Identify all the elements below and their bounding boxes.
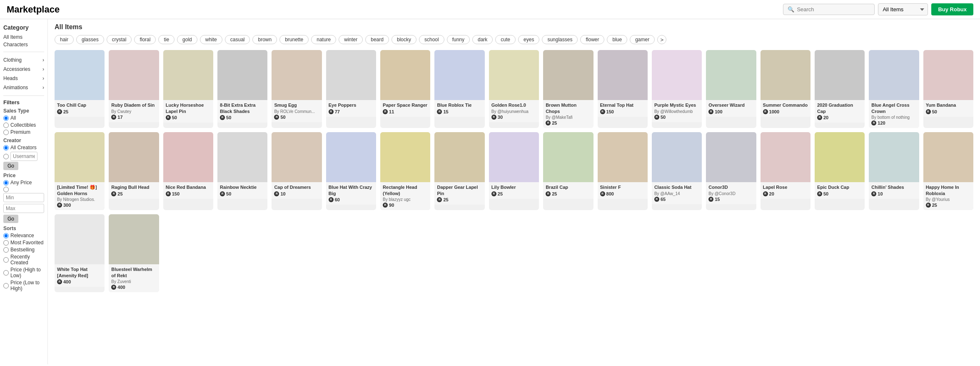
tag-gamer[interactable]: gamer <box>630 35 655 44</box>
item-card[interactable]: Nice Red BandanaR150 <box>163 132 213 210</box>
item-price: R120 <box>871 120 916 125</box>
item-card[interactable]: Eye PoppersR77 <box>326 50 376 128</box>
search-input[interactable] <box>797 6 870 13</box>
tag-funny[interactable]: funny <box>447 35 470 44</box>
item-price: R50 <box>220 115 265 120</box>
item-name: Dapper Gear Lapel Pin <box>437 184 482 196</box>
item-card[interactable]: Brown Mutton ChopsBy @MakeTafiR25 <box>543 50 593 128</box>
tag-glasses[interactable]: glasses <box>76 35 104 44</box>
tag-winter[interactable]: winter <box>339 35 363 44</box>
tag-blue[interactable]: blue <box>607 35 627 44</box>
item-card[interactable]: Blue Roblox TieR15 <box>434 50 484 128</box>
tag-brown[interactable]: brown <box>252 35 277 44</box>
item-card[interactable]: Lapel RoseR20 <box>761 132 810 210</box>
item-card[interactable]: Golden Rose1.0By @huiyunwenhuaR30 <box>489 50 539 128</box>
item-card[interactable]: Dapper Gear Lapel PinR25 <box>434 132 484 210</box>
username-input[interactable] <box>10 152 37 161</box>
price-max-input[interactable] <box>3 204 44 213</box>
tags-scroll-right[interactable]: > <box>657 35 666 44</box>
tag-casual[interactable]: casual <box>225 35 250 44</box>
tag-sunglasses[interactable]: sunglasses <box>542 35 578 44</box>
sales-type-premium[interactable]: Premium <box>3 129 44 135</box>
price-custom[interactable] <box>3 187 44 192</box>
price-any[interactable]: Any Price <box>3 180 44 186</box>
item-card[interactable]: White Top Hat [Amenity Red]R400 <box>55 214 105 292</box>
tag-gold[interactable]: gold <box>177 35 197 44</box>
item-card[interactable]: Conor3DBy @Conor3DR15 <box>706 132 756 210</box>
item-card[interactable]: Yum BandanaR50 <box>923 50 973 128</box>
item-thumbnail <box>652 50 702 100</box>
sort-recently-created[interactable]: Recently Created <box>3 254 44 266</box>
buy-robux-button[interactable]: Buy Robux <box>931 3 973 15</box>
sales-type-collectibles[interactable]: Collectibles <box>3 122 44 128</box>
creator-all[interactable]: All Creators <box>3 145 44 150</box>
price-value: 10 <box>878 191 883 196</box>
sort-most-favorited[interactable]: Most Favorited <box>3 240 44 246</box>
item-card[interactable]: Smug EggBy ROLVe Commun...R50 <box>272 50 322 128</box>
sort-price-low-high[interactable]: Price (Low to High) <box>3 280 44 291</box>
tag-blocky[interactable]: blocky <box>392 35 416 44</box>
tag-nature[interactable]: nature <box>311 35 336 44</box>
item-card[interactable]: Rainbow NecktieR50 <box>217 132 267 210</box>
item-name: Raging Bull Head <box>111 184 156 190</box>
sort-relevance[interactable]: Relevance <box>3 233 44 238</box>
item-card[interactable]: Blue Hat With Crazy BigR60 <box>326 132 376 210</box>
tag-tie[interactable]: tie <box>158 35 175 44</box>
item-card[interactable]: Brazil CapR25 <box>543 132 593 210</box>
tag-school[interactable]: school <box>419 35 444 44</box>
price-go-button[interactable]: Go <box>3 215 18 223</box>
sidebar-item-characters[interactable]: Characters <box>3 41 44 48</box>
item-thumbnail <box>598 50 648 100</box>
tag-cute[interactable]: cute <box>495 35 516 44</box>
item-price: R90 <box>383 203 428 208</box>
price-min-input[interactable] <box>3 193 44 202</box>
item-name: Overseer Wizard <box>708 102 753 108</box>
tag-floral[interactable]: floral <box>134 35 156 44</box>
item-card[interactable]: Lily BowlerR25 <box>489 132 539 210</box>
sidebar-item-animations[interactable]: Animations › <box>3 83 44 92</box>
creator-username[interactable] <box>3 152 44 161</box>
item-card[interactable]: Classic Soda HatBy @AAw_14R65 <box>652 132 702 210</box>
item-card[interactable]: Ruby Diadem of SinBy CwuteyR17 <box>109 50 159 128</box>
item-card[interactable]: 2020 Graduation CapR20 <box>815 50 865 128</box>
sidebar-item-accessories[interactable]: Accessories › <box>3 65 44 74</box>
item-card[interactable]: Paper Space RangerR11 <box>380 50 430 128</box>
item-card[interactable]: Summer CommandoR1000 <box>761 50 810 128</box>
item-card[interactable]: Happy Home In RobloxiaBy @YouriusR25 <box>923 132 973 210</box>
tag-eyes[interactable]: eyes <box>518 35 539 44</box>
item-card[interactable]: Raging Bull HeadR25 <box>109 132 159 210</box>
tag-beard[interactable]: beard <box>365 35 389 44</box>
creator-go-button[interactable]: Go <box>3 162 18 170</box>
item-card[interactable]: Bluesteel Warhelm of RektBy ZuventiR400 <box>109 214 159 292</box>
item-card[interactable]: Rectangle Head (Yellow)By blazyyz ugcR90 <box>380 132 430 210</box>
item-card[interactable]: Blue Angel Cross CrownBy bottom of nothi… <box>869 50 919 128</box>
tag-flower[interactable]: flower <box>580 35 604 44</box>
sales-type-all[interactable]: All <box>3 115 44 121</box>
sidebar-item-heads[interactable]: Heads › <box>3 74 44 83</box>
item-card[interactable]: Chillin' ShadesR10 <box>869 132 919 210</box>
item-card[interactable]: 8-Bit Extra Extra Black ShadesR50 <box>217 50 267 128</box>
category-dropdown[interactable]: All Items Clothing Accessories <box>878 3 928 15</box>
sidebar-item-clothing[interactable]: Clothing › <box>3 55 44 65</box>
item-card[interactable]: [Limited Time! 🎁] Golden HornsBy Nitroge… <box>55 132 105 210</box>
item-card[interactable]: Sinister FR800 <box>598 132 648 210</box>
item-thumbnail <box>109 132 159 182</box>
item-card[interactable]: Lucky Horseshoe Lapel PinR50 <box>163 50 213 128</box>
sidebar-item-all-items[interactable]: All Items <box>3 33 44 41</box>
item-creator: By bottom of nothing <box>871 115 916 120</box>
tag-crystal[interactable]: crystal <box>107 35 132 44</box>
robux-icon: R <box>57 109 62 114</box>
item-card[interactable]: Overseer WizardR100 <box>706 50 756 128</box>
item-card[interactable]: Eternal Top HatR150 <box>598 50 648 128</box>
sort-bestselling[interactable]: Bestselling <box>3 247 44 253</box>
item-card[interactable]: Purple Mystic EyesBy @WillowthedumbR50 <box>652 50 702 128</box>
item-card[interactable]: Cap of DreamersR10 <box>272 132 322 210</box>
tag-brunette[interactable]: brunette <box>279 35 309 44</box>
tag-hair[interactable]: hair <box>55 35 74 44</box>
item-card[interactable]: Epic Duck CapR50 <box>815 132 865 210</box>
robux-icon: R <box>437 197 442 202</box>
sort-price-high-low[interactable]: Price (High to Low) <box>3 267 44 278</box>
item-card[interactable]: Too Chill CapR25 <box>55 50 105 128</box>
tag-white[interactable]: white <box>200 35 222 44</box>
tag-dark[interactable]: dark <box>472 35 493 44</box>
